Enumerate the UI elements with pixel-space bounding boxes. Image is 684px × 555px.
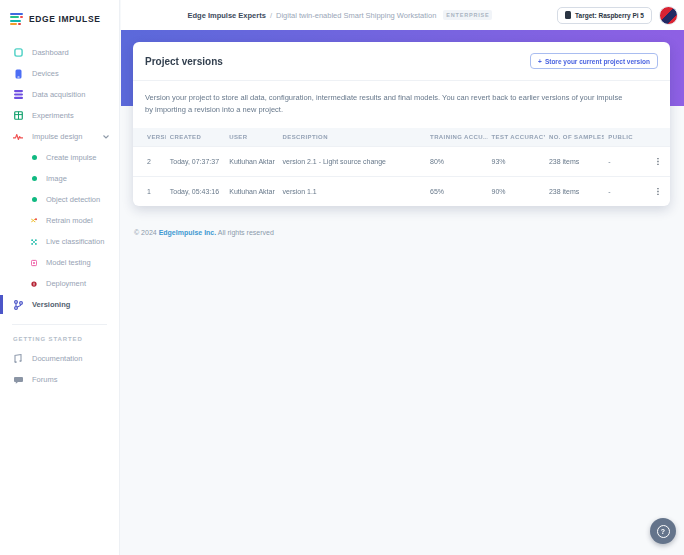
target-device-label: Target: Raspberry Pi 5 — [575, 12, 644, 19]
sidebar-item-label: Object detection — [46, 195, 100, 204]
sidebar-item-documentation[interactable]: Documentation — [0, 348, 119, 369]
copyright-prefix: © 2024 — [134, 229, 157, 236]
image-status-icon — [31, 174, 37, 184]
cell-training-accuracy: 80% — [426, 147, 487, 177]
sidebar-item-object-detection[interactable]: Object detection — [0, 189, 119, 210]
store-version-button[interactable]: + Store your current project version — [530, 53, 658, 69]
project-versions-card: Project versions + Store your current pr… — [133, 42, 670, 206]
cell-version: 2 — [133, 147, 166, 177]
versions-table: VERSION CREATED USER DESCRIPTION TRAININ… — [133, 128, 670, 206]
col-user: USER — [225, 128, 278, 147]
sidebar-item-live-classification[interactable]: Live classification — [0, 231, 119, 252]
card-header: Project versions + Store your current pr… — [133, 42, 670, 81]
dashboard-icon — [13, 48, 23, 58]
sidebar-item-versioning[interactable]: Versioning — [0, 294, 119, 315]
col-samples: NO. OF SAMPLES — [545, 128, 604, 147]
versioning-icon — [13, 300, 23, 310]
sidebar-item-label: Live classification — [46, 237, 104, 246]
sidebar-item-forums[interactable]: Forums — [0, 369, 119, 390]
forums-icon — [13, 375, 23, 385]
sidebar-item-label: Model testing — [46, 258, 91, 267]
cell-created: Today, 05:43:16 — [166, 177, 225, 207]
sidebar-item-retrain-model[interactable]: Retrain model — [0, 210, 119, 231]
object-detection-status-icon — [31, 195, 37, 205]
cell-training-accuracy: 65% — [426, 177, 487, 207]
sidebar-item-image[interactable]: Image — [0, 168, 119, 189]
live-classification-icon — [31, 237, 37, 247]
documentation-icon — [13, 354, 23, 364]
cell-created: Today, 07:37:37 — [166, 147, 225, 177]
chevron-down-icon[interactable] — [103, 135, 109, 139]
cell-public: - — [604, 147, 645, 177]
col-training-accuracy: TRAINING ACCU... — [426, 128, 487, 147]
kebab-menu-icon[interactable]: ⋮ — [645, 147, 670, 177]
col-test-accuracy: TEST ACCURACY — [488, 128, 545, 147]
user-avatar[interactable] — [659, 6, 678, 25]
getting-started-section-label: GETTING STARTED — [0, 333, 119, 348]
sidebar-item-deployment[interactable]: Deployment — [0, 273, 119, 294]
sidebar-item-data-acquisition[interactable]: Data acquisition — [0, 84, 119, 105]
table-header-row: VERSION CREATED USER DESCRIPTION TRAININ… — [133, 128, 670, 147]
breadcrumb: Edge Impulse Experts / Digital twin-enab… — [121, 0, 559, 30]
experiments-icon — [13, 111, 23, 121]
store-version-button-label: Store your current project version — [545, 58, 650, 65]
versions-description: Version your project to store all data, … — [133, 81, 638, 128]
sidebar-nav: Dashboard Devices Data acquisition Exper… — [0, 42, 119, 390]
sidebar-item-label: Dashboard — [32, 48, 69, 57]
topbar: Edge Impulse Experts / Digital twin-enab… — [121, 0, 684, 30]
cell-description: version 1.1 — [279, 177, 427, 207]
cell-version: 1 — [133, 177, 166, 207]
brand-name: EDGE IMPULSE — [29, 14, 100, 24]
impulse-design-icon — [13, 132, 23, 142]
help-button[interactable]: ? — [650, 518, 676, 544]
sidebar-item-create-impulse[interactable]: Create impulse — [0, 147, 119, 168]
sidebar-item-label: Retrain model — [46, 216, 93, 225]
brand-logo[interactable]: EDGE IMPULSE — [0, 0, 119, 25]
model-testing-icon — [31, 258, 37, 268]
sidebar-item-label: Data acquisition — [32, 90, 85, 99]
table-row[interactable]: 2 Today, 07:37:37 Kutluhan Aktar version… — [133, 147, 670, 177]
sidebar-item-dashboard[interactable]: Dashboard — [0, 42, 119, 63]
sidebar-item-label: Versioning — [32, 300, 70, 309]
sidebar-item-model-testing[interactable]: Model testing — [0, 252, 119, 273]
cell-user: Kutluhan Aktar — [225, 177, 278, 207]
sidebar-item-label: Forums — [32, 375, 57, 384]
deployment-icon — [31, 279, 37, 289]
page-title: Project versions — [145, 56, 223, 67]
col-actions — [645, 128, 670, 147]
company-link[interactable]: EdgeImpulse Inc. — [159, 229, 217, 236]
cell-test-accuracy: 90% — [488, 177, 545, 207]
plus-icon: + — [538, 58, 542, 65]
sidebar-item-impulse-design[interactable]: Impulse design — [0, 126, 119, 147]
edge-impulse-logo-icon — [10, 13, 24, 25]
sidebar-item-label: Create impulse — [46, 153, 96, 162]
col-description: DESCRIPTION — [279, 128, 427, 147]
col-public: PUBLIC — [604, 128, 645, 147]
topbar-controls: Target: Raspberry Pi 5 — [557, 0, 678, 30]
breadcrumb-separator: / — [270, 11, 272, 20]
cell-test-accuracy: 93% — [488, 147, 545, 177]
col-created: CREATED — [166, 128, 225, 147]
page-footer: © 2024 EdgeImpulse Inc. All rights reser… — [134, 229, 274, 236]
sidebar-item-label: Deployment — [46, 279, 86, 288]
enterprise-badge: ENTERPRISE — [443, 10, 492, 20]
devices-icon — [13, 69, 23, 79]
sidebar-item-experiments[interactable]: Experiments — [0, 105, 119, 126]
sidebar-divider — [12, 324, 107, 325]
data-acquisition-icon — [13, 90, 23, 100]
sidebar-item-devices[interactable]: Devices — [0, 63, 119, 84]
breadcrumb-project-name: Digital twin-enabled Smart Shipping Work… — [276, 11, 436, 20]
sidebar: EDGE IMPULSE Dashboard Devices Data acqu… — [0, 0, 120, 555]
sidebar-item-label: Experiments — [32, 111, 74, 120]
target-device-button[interactable]: Target: Raspberry Pi 5 — [557, 7, 652, 24]
sidebar-item-label: Devices — [32, 69, 59, 78]
breadcrumb-org-link[interactable]: Edge Impulse Experts — [188, 11, 266, 20]
table-row[interactable]: 1 Today, 05:43:16 Kutluhan Aktar version… — [133, 177, 670, 207]
question-mark-icon: ? — [657, 525, 670, 538]
cell-public: - — [604, 177, 645, 207]
copyright-suffix: All rights reserved — [218, 229, 274, 236]
cell-description: version 2.1 - Light source change — [279, 147, 427, 177]
kebab-menu-icon[interactable]: ⋮ — [645, 177, 670, 207]
create-impulse-status-icon — [31, 153, 37, 163]
device-chip-icon — [565, 11, 571, 19]
